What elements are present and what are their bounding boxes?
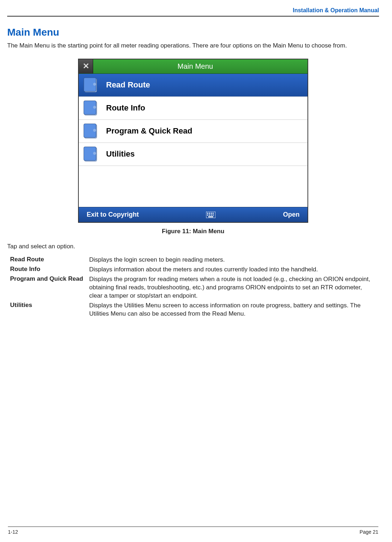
pda-title: Main Menu [83, 62, 307, 71]
table-row: Read Route Displays the login screen to … [10, 256, 376, 264]
list-item-program-quick-read[interactable]: Program & Quick Read [79, 120, 307, 143]
folder-icon [83, 100, 100, 116]
svg-rect-15 [211, 213, 212, 214]
svg-rect-19 [211, 214, 212, 216]
list-item-utilities[interactable]: Utilities [79, 143, 307, 166]
svg-point-8 [93, 129, 96, 132]
folder-icon [83, 146, 100, 162]
list-item-route-info[interactable]: Route Info [79, 97, 307, 120]
svg-rect-14 [209, 213, 210, 214]
svg-point-5 [93, 106, 96, 109]
pda-titlebar: ✕ Main Menu [79, 59, 307, 74]
term: Read Route [10, 256, 89, 263]
section-title: Main Menu [7, 27, 379, 38]
footer-right: Page 21 [360, 529, 378, 535]
desc: Displays information about the meters an… [89, 266, 376, 274]
section-intro: The Main Menu is the starting point for … [7, 42, 379, 50]
instruction-text: Tap and select an option. [7, 243, 379, 250]
svg-point-2 [93, 83, 96, 86]
page-footer: 1-12 Page 21 [8, 527, 378, 535]
svg-point-11 [93, 152, 96, 155]
svg-rect-18 [209, 214, 210, 216]
figure-caption: Figure 11: Main Menu [7, 228, 379, 235]
desc: Displays the program for reading meters … [89, 275, 376, 300]
folder-icon [83, 123, 100, 139]
desc: Displays the login screen to begin readi… [89, 256, 376, 264]
footer-left: 1-12 [8, 529, 18, 535]
svg-rect-13 [207, 213, 208, 214]
pda-window: ✕ Main Menu Read Route Route Info Prog [78, 59, 308, 223]
pda-list: Read Route Route Info Program & Quick Re… [79, 74, 307, 207]
term: Route Info [10, 266, 89, 273]
doc-header: Installation & Operation Manual [7, 7, 379, 17]
term: Program and Quick Read [10, 275, 89, 283]
open-button[interactable]: Open [283, 211, 300, 218]
svg-rect-20 [213, 214, 214, 216]
list-item-label: Route Info [106, 103, 145, 113]
table-row: Program and Quick Read Displays the prog… [10, 275, 376, 300]
desc: Displays the Utilities Menu screen to ac… [89, 302, 376, 318]
list-item-label: Program & Quick Read [106, 126, 192, 136]
svg-rect-21 [208, 216, 213, 217]
keyboard-icon[interactable] [206, 211, 215, 218]
doc-title: Installation & Operation Manual [293, 7, 379, 13]
svg-rect-16 [213, 213, 214, 214]
pda-bottombar: Exit to Copyright Open [79, 207, 307, 222]
svg-rect-17 [207, 214, 208, 216]
list-item-label: Read Route [106, 80, 150, 90]
folder-icon [83, 77, 100, 93]
exit-button[interactable]: Exit to Copyright [87, 211, 139, 218]
list-item-label: Utilities [106, 149, 135, 159]
list-item-read-route[interactable]: Read Route [79, 74, 307, 97]
table-row: Route Info Displays information about th… [10, 266, 376, 274]
term: Utilities [10, 302, 89, 309]
figure-wrap: ✕ Main Menu Read Route Route Info Prog [7, 59, 379, 223]
table-row: Utilities Displays the Utilities Menu sc… [10, 302, 376, 318]
definition-table: Read Route Displays the login screen to … [10, 256, 376, 318]
